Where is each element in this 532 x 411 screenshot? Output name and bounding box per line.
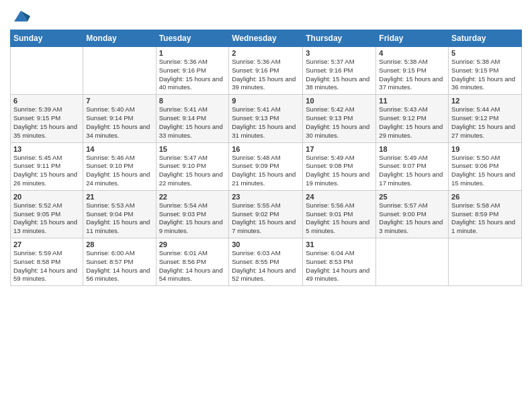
day-info: Sunrise: 5:36 AM Sunset: 9:16 PM Dayligh… (159, 58, 226, 92)
day-info: Sunrise: 5:47 AM Sunset: 9:10 PM Dayligh… (159, 154, 226, 188)
day-number: 17 (306, 145, 373, 153)
day-number: 23 (232, 193, 300, 201)
day-info: Sunrise: 5:54 AM Sunset: 9:03 PM Dayligh… (159, 201, 226, 236)
day-number: 15 (159, 145, 226, 153)
day-info: Sunrise: 5:52 AM Sunset: 9:05 PM Dayligh… (13, 201, 80, 236)
day-number: 1 (159, 49, 226, 57)
weekday-header-sunday: Sunday (11, 30, 83, 47)
day-info: Sunrise: 5:50 AM Sunset: 9:06 PM Dayligh… (451, 154, 519, 188)
day-info: Sunrise: 5:41 AM Sunset: 9:14 PM Dayligh… (159, 105, 226, 140)
day-info: Sunrise: 5:49 AM Sunset: 9:08 PM Dayligh… (306, 154, 373, 188)
calendar-cell: 21Sunrise: 5:53 AM Sunset: 9:04 PM Dayli… (83, 190, 156, 238)
calendar-cell: 18Sunrise: 5:49 AM Sunset: 9:07 PM Dayli… (376, 142, 449, 190)
weekday-header-row: SundayMondayTuesdayWednesdayThursdayFrid… (11, 30, 522, 47)
calendar-cell: 11Sunrise: 5:43 AM Sunset: 9:12 PM Dayli… (376, 95, 449, 142)
calendar-cell: 8Sunrise: 5:41 AM Sunset: 9:14 PM Daylig… (156, 95, 229, 142)
calendar-cell: 13Sunrise: 5:45 AM Sunset: 9:11 PM Dayli… (11, 142, 83, 190)
day-info: Sunrise: 6:04 AM Sunset: 8:53 PM Dayligh… (306, 249, 373, 283)
weekday-header-thursday: Thursday (303, 30, 376, 47)
day-number: 5 (451, 49, 519, 57)
weekday-header-friday: Friday (376, 30, 449, 47)
day-number: 14 (86, 145, 152, 153)
week-row-4: 20Sunrise: 5:52 AM Sunset: 9:05 PM Dayli… (11, 190, 522, 238)
calendar-cell: 3Sunrise: 5:37 AM Sunset: 9:16 PM Daylig… (303, 47, 376, 95)
day-info: Sunrise: 5:56 AM Sunset: 9:01 PM Dayligh… (306, 201, 373, 236)
day-number: 6 (13, 97, 80, 105)
week-row-2: 6Sunrise: 5:39 AM Sunset: 9:15 PM Daylig… (11, 95, 522, 142)
header-area (10, 7, 522, 26)
calendar-cell: 23Sunrise: 5:55 AM Sunset: 9:02 PM Dayli… (229, 190, 303, 238)
calendar: SundayMondayTuesdayWednesdayThursdayFrid… (10, 30, 522, 286)
day-info: Sunrise: 5:57 AM Sunset: 9:00 PM Dayligh… (379, 201, 445, 236)
weekday-header-monday: Monday (83, 30, 156, 47)
day-info: Sunrise: 5:44 AM Sunset: 9:12 PM Dayligh… (451, 105, 519, 140)
logo (10, 7, 30, 26)
calendar-cell: 30Sunrise: 6:03 AM Sunset: 8:55 PM Dayli… (229, 238, 303, 286)
calendar-cell: 7Sunrise: 5:40 AM Sunset: 9:14 PM Daylig… (83, 95, 156, 142)
calendar-cell: 9Sunrise: 5:41 AM Sunset: 9:13 PM Daylig… (229, 95, 303, 142)
day-info: Sunrise: 5:59 AM Sunset: 8:58 PM Dayligh… (13, 249, 80, 283)
day-info: Sunrise: 5:48 AM Sunset: 9:09 PM Dayligh… (232, 154, 300, 188)
day-info: Sunrise: 5:45 AM Sunset: 9:11 PM Dayligh… (13, 154, 80, 188)
day-number: 2 (232, 49, 300, 57)
week-row-3: 13Sunrise: 5:45 AM Sunset: 9:11 PM Dayli… (11, 142, 522, 190)
day-number: 11 (379, 97, 445, 105)
calendar-cell: 5Sunrise: 5:38 AM Sunset: 9:15 PM Daylig… (449, 47, 522, 95)
calendar-cell: 4Sunrise: 5:38 AM Sunset: 9:15 PM Daylig… (376, 47, 449, 95)
calendar-cell: 12Sunrise: 5:44 AM Sunset: 9:12 PM Dayli… (449, 95, 522, 142)
calendar-cell: 17Sunrise: 5:49 AM Sunset: 9:08 PM Dayli… (303, 142, 376, 190)
day-info: Sunrise: 6:03 AM Sunset: 8:55 PM Dayligh… (232, 249, 300, 283)
calendar-cell: 2Sunrise: 5:36 AM Sunset: 9:16 PM Daylig… (229, 47, 303, 95)
day-info: Sunrise: 5:41 AM Sunset: 9:13 PM Dayligh… (232, 105, 300, 140)
day-info: Sunrise: 5:37 AM Sunset: 9:16 PM Dayligh… (306, 58, 373, 92)
day-number: 4 (379, 49, 445, 57)
day-info: Sunrise: 5:53 AM Sunset: 9:04 PM Dayligh… (86, 201, 152, 236)
day-number: 12 (451, 97, 519, 105)
calendar-cell: 25Sunrise: 5:57 AM Sunset: 9:00 PM Dayli… (376, 190, 449, 238)
calendar-cell: 31Sunrise: 6:04 AM Sunset: 8:53 PM Dayli… (303, 238, 376, 286)
calendar-cell: 19Sunrise: 5:50 AM Sunset: 9:06 PM Dayli… (449, 142, 522, 190)
calendar-cell: 16Sunrise: 5:48 AM Sunset: 9:09 PM Dayli… (229, 142, 303, 190)
day-number: 21 (86, 193, 152, 201)
calendar-cell: 6Sunrise: 5:39 AM Sunset: 9:15 PM Daylig… (11, 95, 83, 142)
day-number: 26 (451, 193, 519, 201)
day-info: Sunrise: 5:40 AM Sunset: 9:14 PM Dayligh… (86, 105, 152, 140)
day-number: 28 (86, 240, 152, 248)
calendar-cell (376, 238, 449, 286)
day-info: Sunrise: 6:00 AM Sunset: 8:57 PM Dayligh… (86, 249, 152, 283)
day-info: Sunrise: 5:46 AM Sunset: 9:10 PM Dayligh… (86, 154, 152, 188)
day-info: Sunrise: 5:38 AM Sunset: 9:15 PM Dayligh… (379, 58, 445, 92)
calendar-cell: 14Sunrise: 5:46 AM Sunset: 9:10 PM Dayli… (83, 142, 156, 190)
calendar-cell (83, 47, 156, 95)
day-number: 24 (306, 193, 373, 201)
day-info: Sunrise: 5:38 AM Sunset: 9:15 PM Dayligh… (451, 58, 519, 92)
calendar-cell: 20Sunrise: 5:52 AM Sunset: 9:05 PM Dayli… (11, 190, 83, 238)
day-info: Sunrise: 5:55 AM Sunset: 9:02 PM Dayligh… (232, 201, 300, 236)
day-info: Sunrise: 5:49 AM Sunset: 9:07 PM Dayligh… (379, 154, 445, 188)
calendar-cell: 22Sunrise: 5:54 AM Sunset: 9:03 PM Dayli… (156, 190, 229, 238)
day-number: 27 (13, 240, 80, 248)
calendar-cell: 27Sunrise: 5:59 AM Sunset: 8:58 PM Dayli… (11, 238, 83, 286)
day-number: 16 (232, 145, 300, 153)
day-number: 30 (232, 240, 300, 248)
day-info: Sunrise: 5:39 AM Sunset: 9:15 PM Dayligh… (13, 105, 80, 140)
day-info: Sunrise: 5:58 AM Sunset: 8:59 PM Dayligh… (451, 201, 519, 236)
day-info: Sunrise: 5:42 AM Sunset: 9:13 PM Dayligh… (306, 105, 373, 140)
calendar-cell: 15Sunrise: 5:47 AM Sunset: 9:10 PM Dayli… (156, 142, 229, 190)
week-row-5: 27Sunrise: 5:59 AM Sunset: 8:58 PM Dayli… (11, 238, 522, 286)
week-row-1: 1Sunrise: 5:36 AM Sunset: 9:16 PM Daylig… (11, 47, 522, 95)
day-number: 8 (159, 97, 226, 105)
day-number: 19 (451, 145, 519, 153)
day-number: 7 (86, 97, 152, 105)
calendar-cell: 26Sunrise: 5:58 AM Sunset: 8:59 PM Dayli… (449, 190, 522, 238)
day-number: 31 (306, 240, 373, 248)
calendar-cell: 24Sunrise: 5:56 AM Sunset: 9:01 PM Dayli… (303, 190, 376, 238)
weekday-header-saturday: Saturday (449, 30, 522, 47)
day-number: 9 (232, 97, 300, 105)
day-number: 18 (379, 145, 445, 153)
day-info: Sunrise: 6:01 AM Sunset: 8:56 PM Dayligh… (159, 249, 226, 283)
calendar-cell (11, 47, 83, 95)
calendar-cell: 29Sunrise: 6:01 AM Sunset: 8:56 PM Dayli… (156, 238, 229, 286)
weekday-header-tuesday: Tuesday (156, 30, 229, 47)
weekday-header-wednesday: Wednesday (229, 30, 303, 47)
